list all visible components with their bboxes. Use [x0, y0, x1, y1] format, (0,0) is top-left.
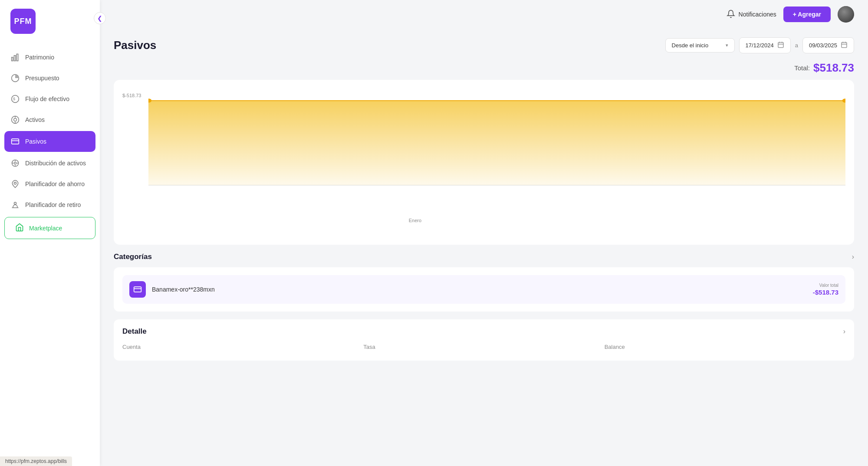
page-header-row: Pasivos Desde el inicio ▾ 17/12/2024 a 0… — [114, 37, 854, 53]
sidebar-nav: Patrimonio Presupuesto $ Flujo de efecti… — [0, 43, 100, 466]
svg-rect-1 — [14, 56, 16, 61]
notifications-label: Notificaciones — [739, 11, 776, 18]
url-bar: https://pfm.zeptos.app/bills — [0, 456, 72, 466]
sidebar-item-label-patrimonio: Patrimonio — [25, 54, 54, 61]
date-range-dropdown[interactable]: Desde el inicio ▾ — [665, 38, 735, 53]
date-filter-area: Desde el inicio ▾ 17/12/2024 a 09/03/202… — [665, 37, 854, 53]
category-item-banamex[interactable]: Banamex-oro**238mxn Valor total -$518.73 — [122, 275, 845, 304]
col-tasa: Tasa — [363, 344, 604, 350]
sidebar-item-label-planificador-ahorro: Planificador de ahorro — [25, 180, 85, 187]
sidebar-item-label-planificador-retiro: Planificador de retiro — [25, 201, 81, 208]
chart-x-label: Enero — [409, 218, 421, 223]
sidebar-item-presupuesto[interactable]: Presupuesto — [0, 68, 100, 89]
sidebar-item-label-pasivos: Pasivos — [25, 138, 46, 145]
sidebar-item-label-distribucion: Distribución de activos — [25, 160, 86, 167]
bell-icon — [727, 10, 735, 20]
category-name: Banamex-oro**238mxn — [152, 286, 807, 293]
category-card-icon — [129, 281, 146, 298]
sidebar-item-patrimonio[interactable]: Patrimonio — [0, 47, 100, 68]
sidebar-logo-area: PFM — [0, 0, 100, 43]
chart-card: $-518.73 — [114, 80, 854, 245]
category-value-wrapper: Valor total -$518.73 — [813, 283, 838, 296]
svg-rect-0 — [12, 57, 13, 61]
calendar-from-icon — [777, 41, 784, 49]
presupuesto-icon — [10, 73, 20, 83]
svg-rect-20 — [778, 43, 783, 48]
date-from-input[interactable]: 17/12/2024 — [739, 37, 791, 53]
categorias-card: Banamex-oro**238mxn Valor total -$518.73 — [114, 267, 854, 312]
top-header: Notificaciones + Agregar — [100, 0, 868, 29]
main-content: Notificaciones + Agregar Pasivos Desde e… — [100, 0, 868, 466]
page-title: Pasivos — [114, 39, 156, 52]
add-button[interactable]: + Agregar — [783, 7, 831, 22]
avatar[interactable] — [838, 6, 854, 23]
svg-rect-24 — [842, 43, 847, 48]
col-balance: Balance — [605, 344, 845, 350]
notifications-button[interactable]: Notificaciones — [727, 10, 776, 20]
sidebar-item-marketplace[interactable]: Marketplace — [4, 217, 95, 239]
detalle-title: Detalle — [122, 327, 147, 336]
sidebar-item-label-marketplace: Marketplace — [29, 225, 62, 232]
date-to-value: 09/03/2025 — [809, 42, 837, 49]
svg-point-19 — [14, 202, 16, 204]
sidebar-item-pasivos[interactable]: Pasivos — [4, 131, 95, 152]
svg-text:$: $ — [13, 97, 15, 101]
detalle-expand-icon[interactable]: › — [843, 328, 845, 335]
page-content: Pasivos Desde el inicio ▾ 17/12/2024 a 0… — [100, 29, 868, 466]
categorias-expand-icon[interactable]: › — [852, 253, 854, 261]
sidebar: PFM ❮ Patrimonio Presupuesto $ Flujo de … — [0, 0, 100, 466]
svg-point-12 — [14, 162, 16, 164]
logo: PFM — [10, 9, 36, 34]
pasivos-icon — [10, 137, 20, 146]
valor-total-label: Valor total — [813, 283, 838, 288]
date-separator: a — [795, 42, 798, 49]
sidebar-item-label-activos: Activos — [25, 116, 45, 123]
svg-rect-32 — [134, 287, 141, 292]
date-to-input[interactable]: 09/03/2025 — [802, 37, 854, 53]
svg-point-7 — [14, 118, 17, 121]
total-row: Total: $518.73 — [114, 61, 854, 75]
svg-rect-10 — [12, 139, 19, 144]
planificador-ahorro-icon — [10, 179, 20, 189]
chart-y-label: $-518.73 — [122, 93, 141, 98]
category-value: -$518.73 — [813, 289, 838, 296]
sidebar-item-planificador-ahorro[interactable]: Planificador de ahorro — [0, 174, 100, 194]
sidebar-item-planificador-retiro[interactable]: Planificador de retiro — [0, 194, 100, 215]
sidebar-item-label-flujo: Flujo de efectivo — [25, 95, 69, 102]
categorias-title: Categorías — [114, 253, 152, 261]
total-value: $518.73 — [813, 61, 854, 75]
chart-container: $-518.73 — [122, 89, 845, 227]
sidebar-item-flujo[interactable]: $ Flujo de efectivo — [0, 89, 100, 109]
planificador-retiro-icon — [10, 200, 20, 210]
sidebar-item-activos[interactable]: Activos — [0, 109, 100, 130]
svg-point-18 — [14, 182, 16, 184]
chevron-down-icon: ▾ — [726, 43, 728, 48]
detalle-section-header: Detalle › — [122, 327, 845, 336]
collapse-button[interactable]: ❮ — [94, 12, 106, 24]
activos-icon — [10, 115, 20, 125]
flujo-icon: $ — [10, 94, 20, 104]
date-dropdown-label: Desde el inicio — [672, 42, 709, 49]
svg-rect-2 — [16, 54, 18, 61]
categorias-section-header: Categorías › — [114, 253, 854, 261]
col-cuenta: Cuenta — [122, 344, 363, 350]
calendar-to-icon — [841, 41, 848, 49]
patrimonio-icon — [10, 53, 20, 62]
date-from-value: 17/12/2024 — [746, 42, 774, 49]
marketplace-icon — [15, 223, 24, 233]
detalle-card: Detalle › Cuenta Tasa Balance — [114, 319, 854, 361]
distribucion-icon — [10, 158, 20, 168]
chart-svg — [148, 89, 845, 201]
svg-marker-29 — [148, 101, 845, 185]
sidebar-item-label-presupuesto: Presupuesto — [25, 75, 59, 82]
detalle-table-header: Cuenta Tasa Balance — [122, 341, 845, 353]
avatar-image — [838, 6, 854, 23]
total-label: Total: — [794, 64, 810, 72]
sidebar-item-distribucion[interactable]: Distribución de activos — [0, 153, 100, 174]
